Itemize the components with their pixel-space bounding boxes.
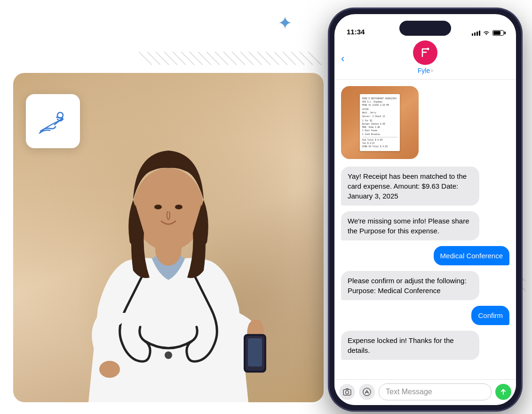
svg-line-16	[181, 52, 194, 65]
camera-button[interactable]	[339, 384, 355, 400]
receipt-message: MIKE'S RESTAURANT #00012364 903 S.L. Hig…	[341, 86, 509, 159]
bubble-expense-locked: Expense locked in! Thanks for the detail…	[341, 331, 479, 360]
bubble-confirm: Confirm	[471, 306, 509, 325]
status-time: 11:34	[347, 28, 365, 36]
receipt-paper: MIKE'S RESTAURANT #00012364 903 S.L. Hig…	[360, 94, 400, 151]
svg-line-13	[156, 52, 169, 65]
back-button[interactable]: ‹	[341, 53, 344, 65]
svg-point-4	[154, 205, 162, 209]
signal-bar-2	[474, 32, 476, 36]
phone-frame: 11:34	[329, 8, 522, 411]
bubble-receipt-match: Yay! Receipt has been matched to the car…	[341, 167, 479, 206]
messages-area: MIKE'S RESTAURANT #00012364 903 S.L. Hig…	[334, 80, 516, 379]
growth-icon	[37, 105, 70, 138]
svg-line-22	[232, 52, 245, 65]
app-store-icon	[363, 388, 371, 396]
svg-line-23	[240, 52, 254, 65]
contact-name[interactable]: Fyle ›	[418, 67, 433, 74]
message-confirm-purpose: Please confirm or adjust the following: …	[341, 271, 509, 300]
deco-lines-top	[139, 52, 322, 65]
signal-bar-4	[479, 31, 480, 36]
svg-line-12	[147, 52, 160, 65]
wifi-icon	[483, 30, 490, 36]
svg-line-15	[173, 52, 186, 65]
status-icons	[472, 30, 504, 36]
signal-bar-1	[472, 33, 473, 36]
svg-line-30	[300, 52, 313, 65]
imessage-header: ‹ Fyle ›	[334, 39, 516, 80]
svg-line-26	[266, 52, 279, 65]
svg-line-11	[139, 52, 152, 65]
svg-line-27	[274, 52, 287, 65]
message-receipt-match: Yay! Receipt has been matched to the car…	[341, 167, 509, 206]
message-confirm: Confirm	[341, 306, 509, 325]
phone-screen: 11:34	[334, 14, 516, 405]
svg-point-1	[165, 351, 172, 359]
send-button[interactable]	[495, 384, 511, 400]
receipt-image: MIKE'S RESTAURANT #00012364 903 S.L. Hig…	[341, 86, 419, 159]
message-medical-conference: Medical Conference	[341, 246, 509, 265]
bubble-missing-info: We're missing some info! Please share th…	[341, 211, 479, 240]
dynamic-island	[399, 21, 451, 36]
fyle-logo	[413, 40, 437, 65]
svg-line-28	[283, 52, 296, 65]
signal-bar-3	[476, 32, 478, 36]
svg-line-18	[198, 52, 211, 65]
svg-line-20	[215, 52, 228, 65]
battery-fill	[493, 31, 500, 35]
fyle-logo-svg	[417, 44, 434, 61]
sparkle-icon: ✦	[278, 14, 293, 32]
text-message-input[interactable]: Text Message	[379, 383, 492, 400]
message-expense-locked: Expense locked in! Thanks for the detail…	[341, 331, 509, 360]
send-icon	[500, 388, 507, 396]
svg-line-14	[164, 52, 177, 65]
svg-line-21	[223, 52, 237, 65]
icon-card	[26, 94, 80, 148]
svg-line-17	[190, 52, 203, 65]
svg-point-5	[175, 205, 183, 209]
bubble-confirm-purpose: Please confirm or adjust the following: …	[341, 271, 479, 300]
svg-line-29	[291, 52, 304, 65]
svg-line-24	[249, 52, 262, 65]
battery-icon	[492, 30, 504, 36]
svg-point-9	[99, 361, 120, 378]
svg-point-53	[427, 48, 429, 50]
svg-point-56	[363, 388, 371, 396]
svg-line-19	[206, 52, 220, 65]
svg-rect-8	[248, 338, 262, 366]
phone-mockup: 11:34	[329, 8, 522, 411]
app-button[interactable]	[359, 384, 375, 400]
signal-bars	[472, 30, 480, 36]
svg-line-31	[308, 52, 321, 65]
camera-icon	[343, 388, 351, 396]
input-area: Text Message	[334, 379, 516, 405]
contact-chevron: ›	[431, 67, 433, 74]
contact-avatar	[413, 40, 437, 65]
message-missing-info: We're missing some info! Please share th…	[341, 211, 509, 240]
svg-point-55	[346, 391, 349, 394]
bubble-medical-conference: Medical Conference	[434, 246, 509, 265]
svg-line-25	[257, 52, 270, 65]
